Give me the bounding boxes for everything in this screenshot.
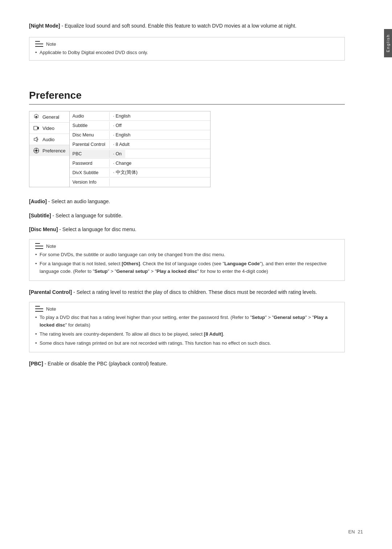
- audio-icon: [33, 136, 40, 143]
- video-icon: [33, 125, 40, 131]
- gear-icon: [33, 114, 40, 120]
- footer-en-label: EN: [348, 529, 355, 534]
- menu-right-column: Audio · English Subtitle · Off Disc Menu…: [70, 111, 210, 187]
- note-item: Applicable to Dolby Digital encoded DVD …: [35, 49, 339, 57]
- disc-menu-description: [Disc Menu] - Select a language for disc…: [29, 225, 345, 233]
- subtitle-label: [Subtitle]: [29, 213, 51, 218]
- menu-left-column: General Video Audio: [29, 111, 70, 187]
- note3-item-1: To play a DVD disc that has a rating lev…: [35, 314, 339, 329]
- subtitle-description: [Subtitle] - Select a language for subti…: [29, 212, 345, 220]
- menu-row-value-audio: · English: [110, 112, 134, 120]
- svg-rect-0: [34, 126, 37, 130]
- note-content-3: To play a DVD disc that has a rating lev…: [35, 314, 339, 347]
- menu-item-video[interactable]: Video: [29, 123, 69, 134]
- menu-row-label-password: Password: [70, 159, 110, 167]
- parental-control-text: - Select a rating level to restrict the …: [72, 289, 317, 295]
- menu-row-pbc: PBC · On: [70, 149, 210, 159]
- menu-row-disc-menu: Disc Menu · English: [70, 130, 210, 140]
- note-label-3: Note: [46, 306, 56, 312]
- note2-item-1: For some DVDs, the subtitle or audio lan…: [35, 251, 339, 259]
- menu-row-parental: Parental Control · 8 Adult: [70, 140, 210, 149]
- menu-label-preference: Preference: [42, 148, 66, 153]
- note2-item-2: For a language that is not listed, selec…: [35, 260, 339, 275]
- svg-marker-2: [34, 137, 37, 142]
- note-icon-2: [35, 243, 43, 249]
- parental-control-label: [Parental Control]: [29, 289, 72, 295]
- menu-label-video: Video: [42, 126, 54, 131]
- menu-row-password: Password · Change: [70, 159, 210, 168]
- menu-row-version: Version Info: [70, 177, 210, 187]
- menu-item-general[interactable]: General: [29, 111, 69, 123]
- note-box-1: Note Applicable to Dolby Digital encoded…: [29, 37, 345, 61]
- menu-row-label-pbc: PBC: [70, 150, 110, 158]
- menu-item-preference[interactable]: Preference: [29, 145, 69, 156]
- audio-label: [Audio]: [29, 198, 47, 204]
- menu-row-value-version: [110, 181, 117, 184]
- menu-row-label-parental: Parental Control: [70, 140, 110, 148]
- note-label-1: Note: [46, 41, 56, 47]
- note-icon-3: [35, 306, 43, 312]
- menu-row-value-parental: · 8 Adult: [110, 140, 133, 148]
- preference-icon: [33, 147, 40, 154]
- preference-title: Preference: [29, 90, 345, 105]
- side-tab-label: English: [386, 34, 390, 52]
- audio-description: [Audio] - Select an audio language.: [29, 197, 345, 205]
- menu-row-label-divx: DivX Subtitle: [70, 169, 110, 177]
- note-label-2: Note: [46, 243, 56, 249]
- audio-text: - Select an audio language.: [47, 198, 110, 204]
- menu-row-label-version: Version Info: [70, 178, 110, 186]
- note-box-2: Note For some DVDs, the subtitle or audi…: [29, 239, 345, 280]
- menu-row-label-subtitle: Subtitle: [70, 122, 110, 130]
- menu-row-value-subtitle: · Off: [110, 122, 125, 130]
- night-mode-label: [Night Mode]: [29, 23, 60, 29]
- disc-menu-label: [Disc Menu]: [29, 226, 58, 232]
- menu-row-label-disc-menu: Disc Menu: [70, 131, 110, 139]
- menu-row-value-divx: · 中文(简体): [110, 168, 141, 177]
- note-content-2: For some DVDs, the subtitle or audio lan…: [35, 251, 339, 275]
- note3-item-3: Some discs have ratings printed on but a…: [35, 340, 339, 347]
- subtitle-text: - Select a language for subtitle.: [51, 213, 123, 218]
- note-box-3: Note To play a DVD disc that has a ratin…: [29, 302, 345, 352]
- menu-row-divx: DivX Subtitle · 中文(简体): [70, 168, 210, 177]
- pbc-text: - Enable or disable the PBC (playback co…: [43, 361, 167, 366]
- svg-point-4: [35, 149, 37, 152]
- note-header-3: Note: [35, 306, 339, 312]
- pbc-description: [PBC] - Enable or disable the PBC (playb…: [29, 360, 345, 368]
- note-icon-1: [35, 41, 43, 47]
- parental-control-description: [Parental Control] - Select a rating lev…: [29, 288, 345, 296]
- note-header-2: Note: [35, 243, 339, 249]
- night-mode-description: [Night Mode] - Equalize loud sound and s…: [29, 22, 338, 30]
- note-content-1: Applicable to Dolby Digital encoded DVD …: [35, 49, 339, 57]
- note3-item-2: The rating levels are country-dependent.…: [35, 331, 339, 338]
- night-mode-text: - Equalize loud sound and soft sound. En…: [60, 23, 297, 29]
- pbc-label: [PBC]: [29, 361, 43, 366]
- menu-row-label-audio: Audio: [70, 112, 110, 120]
- menu-label-audio: Audio: [42, 137, 54, 142]
- page-footer: EN 21: [348, 529, 363, 534]
- menu-row-value-pbc: · On: [110, 150, 126, 158]
- disc-menu-text: - Select a language for disc menu.: [58, 226, 136, 232]
- menu-row-value-password: · Change: [110, 159, 135, 167]
- footer-page-number: 21: [358, 529, 363, 534]
- menu-item-audio[interactable]: Audio: [29, 134, 69, 145]
- preference-menu: General Video Audio: [29, 111, 211, 187]
- menu-label-general: General: [42, 114, 59, 120]
- menu-row-value-disc-menu: · English: [110, 131, 134, 139]
- side-tab: English: [384, 29, 392, 57]
- menu-row-subtitle: Subtitle · Off: [70, 121, 210, 130]
- menu-row-audio: Audio · English: [70, 111, 210, 121]
- note-header-1: Note: [35, 41, 339, 47]
